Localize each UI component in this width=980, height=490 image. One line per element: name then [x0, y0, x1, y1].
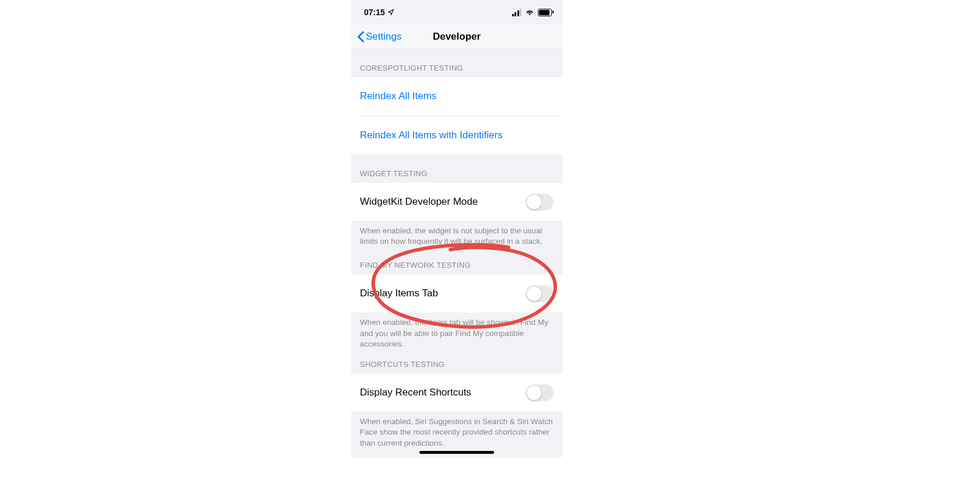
section-footer-findmy: When enabled, the Items tab will be show… [351, 313, 562, 349]
status-time: 07:15 [364, 8, 385, 17]
widgetkit-mode-row[interactable]: WidgetKit Developer Mode [351, 183, 562, 221]
reindex-identifiers-label: Reindex All Items with Identifiers [360, 130, 503, 141]
reindex-all-button[interactable]: Reindex All Items [351, 77, 562, 116]
table-corespotlight: Reindex All Items Reindex All Items with… [351, 76, 562, 155]
back-button[interactable]: Settings [357, 31, 401, 43]
home-indicator[interactable] [419, 451, 494, 454]
battery-icon [538, 9, 552, 16]
section-footer-widget: When enabled, the widget is not subject … [351, 222, 562, 247]
display-items-tab-toggle[interactable] [526, 285, 554, 302]
widgetkit-mode-toggle[interactable] [526, 194, 554, 211]
display-recent-shortcuts-label: Display Recent Shortcuts [360, 387, 471, 398]
section-header-shortcuts: SHORTCUTS TESTING [351, 349, 562, 373]
display-items-tab-row[interactable]: Display Items Tab [351, 274, 562, 313]
section-footer-shortcuts: When enabled, Siri Suggestions in Search… [351, 412, 562, 449]
canvas: 07:15 [0, 0, 980, 490]
table-widget: WidgetKit Developer Mode [351, 182, 562, 222]
status-left: 07:15 [364, 8, 394, 17]
location-icon [387, 9, 394, 16]
display-recent-shortcuts-toggle[interactable] [526, 384, 554, 401]
widgetkit-mode-label: WidgetKit Developer Mode [360, 196, 478, 208]
status-right [512, 9, 552, 16]
page-title: Developer [433, 31, 481, 43]
display-recent-shortcuts-row[interactable]: Display Recent Shortcuts [351, 373, 562, 412]
table-findmy: Display Items Tab [351, 274, 562, 313]
phone-frame: 07:15 [351, 0, 562, 457]
back-label: Settings [366, 31, 401, 43]
cellular-icon [512, 9, 522, 16]
table-shortcuts: Display Recent Shortcuts [351, 373, 562, 412]
navigation-bar: Settings Developer [351, 24, 562, 50]
reindex-all-label: Reindex All Items [360, 90, 436, 102]
section-header-corespotlight: CORESPOTLIGHT TESTING [351, 50, 562, 76]
section-header-widget: WIDGET TESTING [351, 155, 562, 182]
reindex-identifiers-button[interactable]: Reindex All Items with Identifiers [360, 116, 562, 155]
section-header-findmy: FIND MY NETWORK TESTING [351, 247, 562, 274]
display-items-tab-label: Display Items Tab [360, 288, 438, 299]
status-bar: 07:15 [351, 0, 562, 24]
chevron-left-icon [357, 31, 365, 43]
wifi-icon [525, 9, 534, 16]
